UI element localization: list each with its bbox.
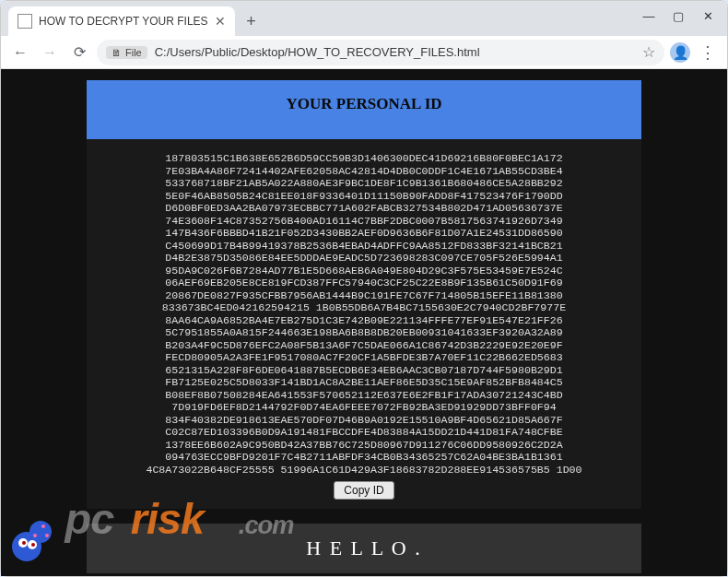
address-text: C:/Users/Public/Desktop/HOW_TO_RECOVERY_… [155, 45, 635, 59]
hex-line: FECD80905A2A3FE1F9517080AC7F20CF1A5BFDE3… [98, 351, 630, 364]
hello-heading: H E L L O . [87, 524, 641, 573]
reload-button[interactable]: ⟳ [67, 41, 91, 65]
page-scroll-area[interactable]: YOUR PERSONAL ID 187803515C1B638E652B6D5… [1, 69, 727, 576]
hex-line: 094763ECC9BFD9201F7C4B2711ABFDF34CB0B343… [98, 451, 630, 464]
close-window-button[interactable]: ✕ [694, 5, 722, 27]
hex-line: 5C7951855A0A815F244663E198BA6B8B8DB20EB0… [98, 326, 630, 339]
hex-line: 95DA9C026F6B7284AD77B1E5D668AEB6A049E804… [98, 265, 630, 277]
personal-id-header: YOUR PERSONAL ID [286, 95, 441, 112]
hex-line: B203A4F9C5D876EFC2A08F5B13A6F7C5DAE066A1… [98, 339, 630, 352]
file-chip-label: File [125, 47, 142, 58]
browser-tab[interactable]: HOW TO DECRYPT YOUR FILES ✕ [8, 6, 235, 36]
minimize-button[interactable]: — [635, 5, 663, 27]
hex-line: 74E3608F14C87352756B400AD16114C7BBF2DBC0… [98, 215, 630, 228]
ransom-note-page: YOUR PERSONAL ID 187803515C1B638E652B6D5… [1, 69, 727, 576]
hex-line: 06AEF69EB205E8CE819FCD387FFC57940C3CF25C… [98, 277, 630, 289]
forward-button[interactable]: → [38, 41, 62, 65]
back-button[interactable]: ← [8, 41, 32, 65]
personal-id-panel: YOUR PERSONAL ID [87, 80, 641, 139]
hex-line: 7E03BA4A86F72414402AFE62058AC42814D4DB0C… [98, 165, 630, 178]
hex-line: 5E0F46AB8505B24C81EE018F9336401D11150B90… [98, 190, 630, 203]
personal-id-hex-block: 187803515C1B638E652B6D59CC59B3D1406300DE… [87, 139, 641, 509]
profile-button[interactable]: 👤 [670, 42, 690, 63]
hex-line: 1378EE6B602A9C950BD42A37BB76C725D80967D9… [98, 439, 630, 452]
window-controls: — ▢ ✕ [635, 5, 722, 27]
toolbar: ← → ⟳ 🗎 File C:/Users/Public/Desktop/HOW… [1, 36, 727, 69]
viewport: YOUR PERSONAL ID 187803515C1B638E652B6D5… [1, 69, 727, 576]
hex-line: 147B436F6BBBD41B21F052D3430BB2AEF0D9636B… [98, 227, 630, 240]
new-tab-button[interactable]: + [239, 8, 264, 34]
maximize-button[interactable]: ▢ [664, 5, 692, 27]
copy-id-button[interactable]: Copy ID [334, 481, 393, 500]
hex-line-container: 187803515C1B638E652B6D59CC59B3D1406300DE… [98, 152, 630, 476]
hex-line: C02C87ED103396B0D9A191481FBCCDFE4D83884A… [98, 426, 630, 439]
file-favicon [18, 14, 32, 29]
hex-line: D6D0BF0ED3AA2BA07973ECBBC771A602FABCB327… [98, 202, 630, 215]
hex-line: 7D919FD6EF8D2144792F0D74EA6FEEE7072FB92B… [98, 401, 630, 414]
hex-line: 833673BC4ED042162594215 1B0B55DB6A7B4BC7… [98, 301, 630, 314]
tab-title: HOW TO DECRYPT YOUR FILES [39, 15, 208, 28]
browser-window: HOW TO DECRYPT YOUR FILES ✕ + — ▢ ✕ ← → … [0, 0, 728, 577]
hex-line: 834F40382DE918613EAE570DF07D46B9A0192E15… [98, 414, 630, 427]
hex-line: D4B2E3875D35086E84EE5DDDAE9EADC5D7236982… [98, 252, 630, 265]
hex-line: 187803515C1B638E652B6D59CC59B3D1406300DE… [98, 152, 630, 165]
hex-line: 8AA64CA9A6852BA4E7EB275D1C3E742B09E22113… [98, 314, 630, 327]
file-icon: 🗎 [112, 47, 122, 58]
tab-strip: HOW TO DECRYPT YOUR FILES ✕ + — ▢ ✕ [1, 1, 727, 36]
file-chip: 🗎 File [106, 46, 147, 59]
hex-line: C450699D17B4B99419378B2536B4EBAD4ADFFC9A… [98, 240, 630, 253]
hex-line: 533768718BF21AB5A022A880AE3F9BC1DE8F1C9B… [98, 177, 630, 190]
hex-line: 6521315A228F8F6DE0641887B5ECDB6E34EB6AAC… [98, 364, 630, 377]
hex-line: 20867DE0827F935CFBB7956AB1444B9C191FE7C6… [98, 289, 630, 302]
tab-close-button[interactable]: ✕ [215, 14, 226, 29]
address-bar[interactable]: 🗎 File C:/Users/Public/Desktop/HOW_TO_RE… [97, 40, 664, 65]
hex-line: 4C8A73022B648CF25555 51996A1C61D429A3F18… [98, 464, 630, 477]
hex-line: B08EF8B07508284EA641553F570652112E637E6E… [98, 389, 630, 402]
hex-line: FB7125E025C5D8033F141BD1AC8A2BE11AEF86E5… [98, 376, 630, 389]
kebab-menu-button[interactable]: ⋮ [696, 41, 720, 65]
bookmark-star-icon[interactable]: ☆ [642, 43, 655, 61]
